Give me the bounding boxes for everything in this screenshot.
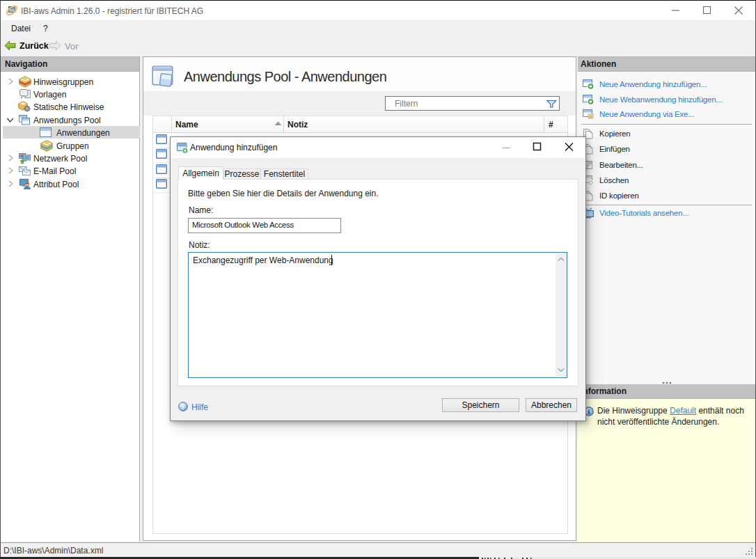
svg-text:?: ? <box>181 403 185 411</box>
svg-text:i: i <box>588 408 590 416</box>
